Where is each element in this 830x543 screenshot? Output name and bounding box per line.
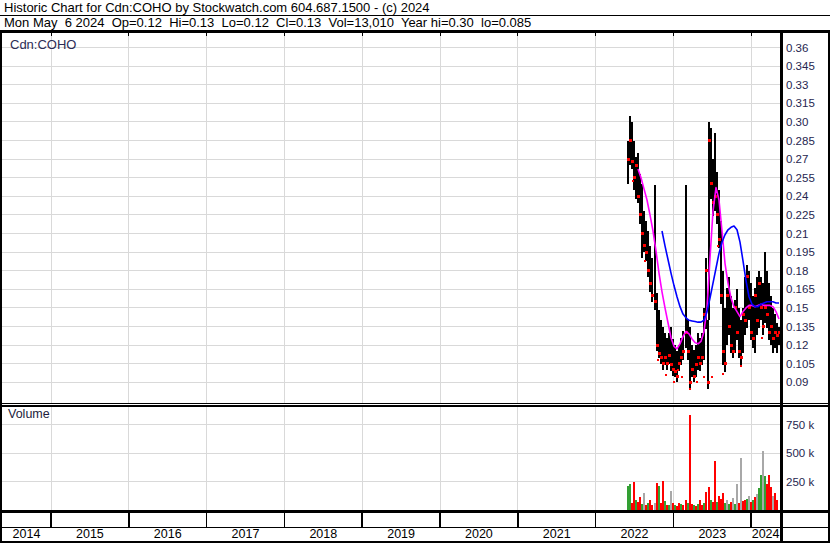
price-axis-label: 0.165 xyxy=(786,283,815,295)
volume-gridline xyxy=(2,424,781,425)
price-axis-label: 0.12 xyxy=(786,339,808,351)
ohlc-bar xyxy=(658,310,660,357)
close-dot xyxy=(662,362,665,365)
ohlc-bar xyxy=(776,323,778,353)
close-dot xyxy=(740,365,742,367)
top-year-tick xyxy=(284,33,285,37)
close-dot xyxy=(670,363,673,366)
year-label: 2017 xyxy=(232,527,260,541)
volume-bar xyxy=(656,483,658,510)
price-gridline xyxy=(2,84,781,85)
year-gridline-volume xyxy=(362,407,363,510)
ohlc-bar xyxy=(766,271,768,328)
close-dot xyxy=(705,269,708,272)
close-dot xyxy=(637,195,640,198)
close-dot xyxy=(730,344,733,347)
volume-gridline xyxy=(2,481,781,482)
year-tick xyxy=(517,513,519,527)
close-dot xyxy=(689,381,692,384)
volume-bar xyxy=(685,500,687,510)
volume-bar xyxy=(748,496,750,510)
close-dot xyxy=(651,294,654,297)
close-dot xyxy=(654,300,657,303)
close-dot xyxy=(644,260,646,262)
top-year-tick xyxy=(595,33,596,37)
close-dot xyxy=(639,213,642,216)
close-dot xyxy=(681,376,683,378)
volume-bar xyxy=(740,458,742,510)
year-tick xyxy=(361,513,363,527)
year-tick xyxy=(50,513,52,527)
close-dot xyxy=(666,362,669,365)
close-dot xyxy=(701,356,704,359)
price-axis-label: 0.36 xyxy=(786,42,808,54)
close-dot xyxy=(680,356,683,359)
price-gridline xyxy=(2,66,781,67)
year-label: 2023 xyxy=(698,527,726,541)
ohlc-bar xyxy=(746,265,748,328)
year-gridline-price xyxy=(751,33,752,403)
volume-axis-label: 250 k xyxy=(786,476,814,488)
close-dot xyxy=(744,319,747,322)
volume-bar xyxy=(678,503,680,510)
year-label: 2015 xyxy=(76,527,104,541)
price-axis-label: 0.27 xyxy=(786,153,808,165)
close-dot xyxy=(764,306,767,309)
volume-bar xyxy=(666,505,668,510)
volume-bar xyxy=(720,499,722,510)
top-year-tick xyxy=(751,33,752,37)
close-dot xyxy=(772,337,775,340)
year-gridline-volume xyxy=(751,407,752,510)
close-dot xyxy=(632,180,634,182)
volume-bar xyxy=(637,502,639,510)
price-gridline xyxy=(2,326,781,327)
close-dot xyxy=(645,251,648,254)
price-axis-label: 0.24 xyxy=(786,190,809,202)
frame-left xyxy=(0,30,2,543)
price-axis-label: 0.315 xyxy=(786,97,815,109)
volume-bar xyxy=(699,500,701,510)
year-gridline-volume xyxy=(440,407,441,510)
volume-bar xyxy=(691,504,693,510)
close-dot xyxy=(720,294,723,297)
close-dot xyxy=(641,232,644,235)
year-label: 2020 xyxy=(465,527,493,541)
ohlc-bar xyxy=(687,320,689,360)
volume-bar xyxy=(672,503,674,510)
price-axis-label: 0.345 xyxy=(786,60,815,72)
close-dot xyxy=(754,294,757,297)
volume-bar xyxy=(627,486,629,510)
volume-bar xyxy=(676,506,678,510)
close-dot xyxy=(633,176,636,179)
volume-panel-label: Volume xyxy=(8,407,50,421)
ohlc-bar xyxy=(710,128,712,199)
volume-bar xyxy=(670,491,672,510)
year-gridline-volume xyxy=(284,407,285,510)
volume-bar xyxy=(639,497,641,510)
year-gridline-price xyxy=(517,33,518,403)
close-dot xyxy=(718,238,721,241)
close-dot xyxy=(732,350,735,353)
close-dot xyxy=(762,325,765,328)
top-year-tick xyxy=(440,33,441,37)
price-gridline xyxy=(2,103,781,104)
close-dot xyxy=(674,370,677,373)
volume-bar xyxy=(654,503,656,510)
price-gridline xyxy=(2,159,781,160)
ohlc-bar xyxy=(668,333,670,364)
price-gridline xyxy=(2,289,781,290)
volume-bar xyxy=(647,503,649,510)
year-label: 2022 xyxy=(621,527,649,541)
volume-bar xyxy=(742,501,744,510)
year-tick xyxy=(439,513,441,527)
price-axis-label: 0.30 xyxy=(786,116,808,128)
close-dot xyxy=(687,350,690,353)
close-dot xyxy=(677,369,679,371)
year-label: 2019 xyxy=(387,527,415,541)
close-dot xyxy=(676,375,679,378)
volume-axis-label: 500 k xyxy=(786,447,814,459)
ohlc-bar xyxy=(707,320,709,388)
volume-bar xyxy=(744,500,746,510)
price-axis-label: 0.09 xyxy=(786,376,808,388)
close-dot xyxy=(635,164,638,167)
